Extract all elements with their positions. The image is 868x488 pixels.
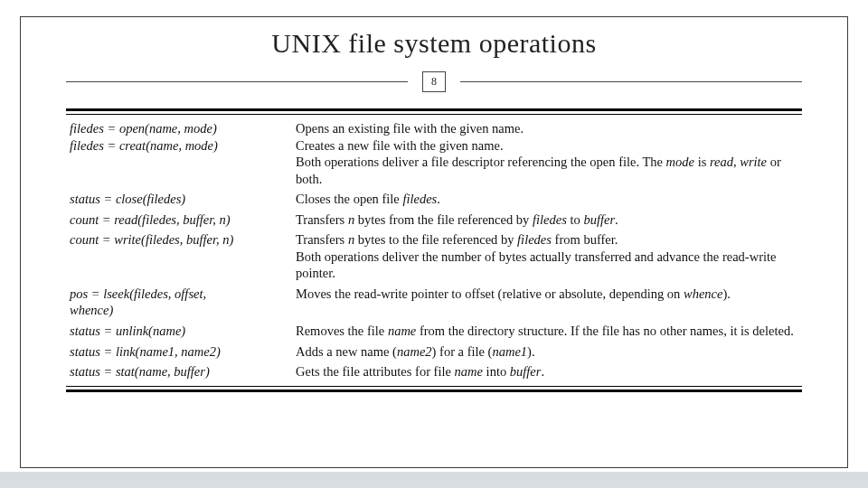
syscall-cell: count = read(filedes, buffer, n) [66, 210, 292, 230]
slide-frame: UNIX file system operations 8 filedes = … [20, 16, 848, 468]
description-cell: Transfers n bytes to the file referenced… [292, 230, 802, 284]
table-row: status = unlink(name)Removes the file na… [66, 321, 802, 342]
syscall-cell: status = close(filedes) [66, 189, 292, 210]
description-cell: Gets the file attributes for file name i… [292, 361, 802, 382]
divider-left [66, 81, 408, 82]
footer-bar [0, 472, 868, 488]
page-number-badge: 8 [422, 71, 446, 92]
table-row: count = write(filedes, buffer, n)Transfe… [66, 230, 802, 284]
syscall-cell: status = stat(name, buffer) [66, 361, 292, 382]
syscall-cell: filedes = open(name, mode) filedes = cre… [66, 118, 292, 189]
table-row: count = read(filedes, buffer, n)Transfer… [66, 210, 802, 230]
table-row: pos = lseek(filedes, offset, whence)Move… [66, 284, 802, 321]
description-cell: Moves the read-write pointer to offset (… [292, 284, 802, 321]
description-cell: Opens an existing file with the given na… [292, 118, 802, 189]
syscall-cell: status = link(name1, name2) [66, 342, 292, 362]
table-row: filedes = open(name, mode) filedes = cre… [66, 118, 802, 189]
page-title: UNIX file system operations [66, 28, 802, 59]
syscall-cell: pos = lseek(filedes, offset, whence) [66, 284, 292, 321]
table-row: status = close(filedes)Closes the open f… [66, 189, 802, 210]
description-cell: Adds a new name (name2) for a file (name… [292, 342, 802, 362]
syscall-table: filedes = open(name, mode) filedes = cre… [66, 118, 802, 382]
slide: UNIX file system operations 8 filedes = … [0, 0, 868, 488]
table-row: status = stat(name, buffer)Gets the file… [66, 361, 802, 382]
table-bottom-rule [66, 386, 802, 392]
description-cell: Transfers n bytes from the file referenc… [292, 210, 802, 230]
title-divider: 8 [66, 71, 802, 92]
table-row: status = link(name1, name2)Adds a new na… [66, 342, 802, 362]
table-top-rule [66, 108, 802, 115]
divider-right [460, 81, 802, 82]
description-cell: Removes the file name from the directory… [292, 321, 802, 342]
syscall-cell: count = write(filedes, buffer, n) [66, 230, 292, 284]
syscall-cell: status = unlink(name) [66, 321, 292, 342]
description-cell: Closes the open file filedes. [292, 189, 802, 210]
